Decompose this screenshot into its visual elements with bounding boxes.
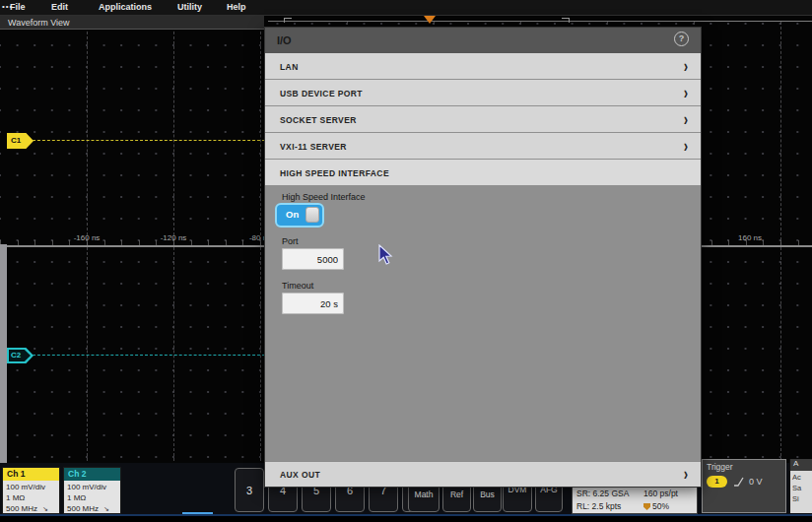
channel1-reference-line xyxy=(33,140,265,141)
port-input[interactable] xyxy=(282,248,344,270)
acquisition-panel-header: A xyxy=(790,459,812,471)
chevron-right-icon: › xyxy=(684,135,688,155)
chevron-right-icon: › xyxy=(684,463,688,483)
chevron-right-icon: › xyxy=(684,108,688,128)
acquisition-row: Ac xyxy=(792,472,812,483)
io-dialog-titlebar: I/O ? xyxy=(265,28,701,53)
port-label: Port xyxy=(282,236,299,246)
time-resolution: 160 ps/pt xyxy=(643,488,678,500)
channel1-marker[interactable]: C1 xyxy=(7,133,34,149)
rising-edge-icon xyxy=(733,476,745,488)
menu-edit[interactable]: Edit xyxy=(51,2,68,12)
timeout-label: Timeout xyxy=(282,281,313,291)
expansion-bracket-right xyxy=(562,18,570,23)
left-edge-strip xyxy=(0,244,7,463)
tab-waveform-view[interactable]: Waveform View xyxy=(8,18,70,28)
dialog-title: I/O xyxy=(277,34,292,46)
trigger-title: Trigger xyxy=(707,462,733,472)
hsi-toggle-label: High Speed Interface xyxy=(282,192,366,202)
channel1-bandwidth: 500 MHz xyxy=(6,504,37,513)
io-dialog: I/O ? LAN › USB DEVICE PORT › SOCKET SER… xyxy=(264,27,702,488)
timeout-input[interactable] xyxy=(282,293,344,314)
bottom-strip xyxy=(0,516,812,522)
acquisition-row: Sa xyxy=(792,483,812,493)
channel2-bandwidth: 500 MHz xyxy=(67,504,99,513)
menu-utility[interactable]: Utility xyxy=(177,2,202,12)
record-length: RL: 2.5 kpts xyxy=(576,500,697,513)
axis-label: -160 ns xyxy=(74,233,101,242)
hsi-toggle[interactable]: On xyxy=(275,203,324,228)
toggle-state: On xyxy=(286,209,299,220)
bandwidth-icon: ↘ xyxy=(42,505,48,512)
channel2-impedance: 1 MΩ xyxy=(67,492,120,503)
horizontal-position: 50% xyxy=(652,501,669,511)
bandwidth-icon: ↘ xyxy=(103,505,109,512)
channel2-badge[interactable]: Ch 2 100 mV/div 1 MΩ 500 MHz↘ xyxy=(63,467,121,514)
row-aux-out[interactable]: AUX OUT › xyxy=(265,461,701,487)
channel2-badge-title: Ch 2 xyxy=(64,468,120,481)
menu-file[interactable]: File xyxy=(10,2,26,12)
chevron-right-icon: › xyxy=(684,82,688,101)
channel2-marker[interactable]: C2 xyxy=(7,348,34,363)
sample-rate: SR: 6.25 GSA xyxy=(576,488,697,500)
channel1-badge-title: Ch 1 xyxy=(3,468,59,481)
trigger-source-badge: 1 xyxy=(707,476,727,488)
channel2-scale: 100 mV/div xyxy=(67,482,120,492)
view-tab-bar: Waveform View xyxy=(0,16,264,30)
row-high-speed-interface[interactable]: HIGH SPEED INTERFACE xyxy=(265,160,701,186)
toggle-knob[interactable] xyxy=(305,207,319,223)
row-vxi11-server[interactable]: VXI-11 SERVER › xyxy=(265,133,701,160)
horizontal-acquisition-badge[interactable]: SR: 6.25 GSA RL: 2.5 kpts 160 ps/pt 50% xyxy=(572,486,698,514)
axis-label: -120 ns xyxy=(161,233,187,242)
help-icon[interactable]: ? xyxy=(674,32,689,46)
expansion-bracket-left xyxy=(284,18,292,23)
channel1-impedance: 1 MΩ xyxy=(6,492,59,503)
row-lan[interactable]: LAN › xyxy=(265,53,701,80)
horizontal-position-icon xyxy=(643,503,650,510)
channel1-scale: 100 mV/div xyxy=(6,482,59,492)
trigger-badge[interactable]: Trigger 1 0 V xyxy=(702,459,786,513)
menu-help[interactable]: Help xyxy=(227,2,246,12)
channel2-reference-line xyxy=(33,355,265,356)
graticule-top-line xyxy=(268,21,812,22)
row-socket-server[interactable]: SOCKET SERVER › xyxy=(265,106,701,133)
channel1-badge[interactable]: Ch 1 100 mV/div 1 MΩ 500 MHz↘ xyxy=(2,467,60,514)
row-usb-device-port[interactable]: USB DEVICE PORT › xyxy=(265,80,701,106)
chevron-right-icon: › xyxy=(684,55,688,75)
acquisition-panel-partial[interactable]: A Ac Sa Si xyxy=(789,459,812,513)
high-speed-interface-section: High Speed Interface On Port Timeout xyxy=(265,186,701,463)
trigger-position-icon[interactable] xyxy=(424,16,436,24)
oscilloscope-screen: ••• File Edit Applications Utility Help … xyxy=(0,0,812,522)
mouse-cursor xyxy=(378,244,394,266)
acquisition-row: Si xyxy=(792,493,812,504)
menu-bar: ••• File Edit Applications Utility Help xyxy=(0,0,812,16)
menu-applications[interactable]: Applications xyxy=(99,2,152,12)
axis-label: 160 ns xyxy=(738,233,762,242)
add-channel-3-button[interactable]: 3 xyxy=(235,468,264,512)
trigger-level: 0 V xyxy=(749,477,763,487)
